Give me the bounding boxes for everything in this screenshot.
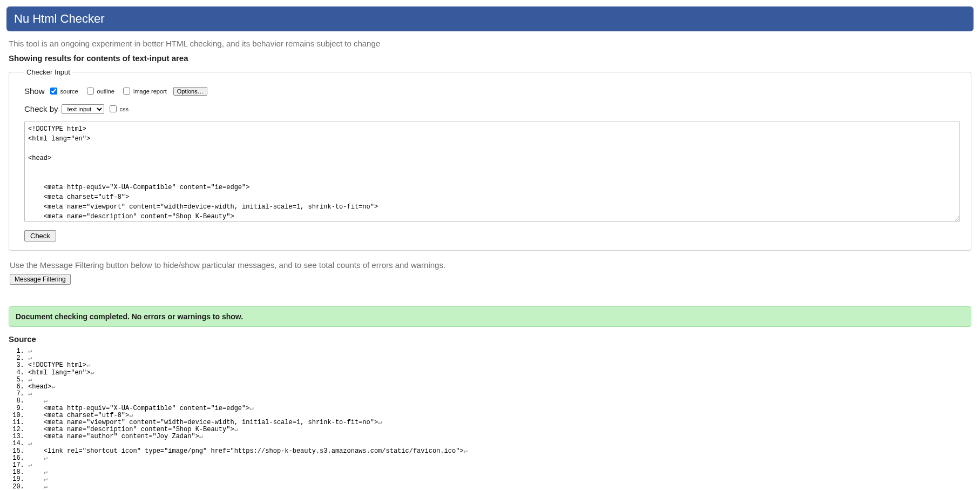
newline-icon: ↵	[199, 433, 203, 440]
newline-icon: ↵	[44, 397, 48, 405]
check-button[interactable]: Check	[24, 230, 56, 241]
newline-icon: ↵	[249, 405, 253, 412]
show-label: Show	[24, 86, 45, 96]
show-row: Show source outline image report Options…	[24, 86, 960, 96]
check-by-row: Check by text input css	[24, 104, 960, 114]
newline-icon: ↵	[44, 475, 48, 483]
newline-icon: ↵	[51, 383, 55, 391]
filter-note: Use the Message Filtering button below t…	[10, 260, 970, 270]
css-checkbox-label[interactable]: css	[107, 104, 129, 114]
message-filtering-button[interactable]: Message Filtering	[10, 274, 71, 285]
newline-icon: ↵	[378, 419, 382, 426]
source-line: <meta http-equiv="X-UA-Compatible" conte…	[28, 405, 974, 412]
checker-legend: Checker Input	[24, 68, 72, 76]
newline-icon: ↵	[234, 426, 238, 433]
disclaimer-text: This tool is an ongoing experiment in be…	[9, 39, 971, 48]
newline-icon: ↵	[28, 354, 32, 362]
source-line: <meta name="author" content="Joy Zadan">…	[28, 433, 974, 440]
source-checkbox-label[interactable]: source	[48, 86, 78, 96]
image-report-checkbox-label[interactable]: image report	[121, 86, 167, 96]
newline-icon: ↵	[129, 412, 133, 419]
source-line: ↵	[28, 469, 974, 476]
success-message: Document checking completed. No errors o…	[9, 306, 971, 327]
source-line: ↵	[28, 476, 974, 483]
source-line: <head>↵	[28, 384, 974, 391]
newline-icon: ↵	[28, 390, 32, 398]
source-checkbox[interactable]	[50, 88, 57, 95]
newline-icon: ↵	[44, 483, 48, 490]
image-report-checkbox-text: image report	[133, 88, 167, 95]
outline-checkbox[interactable]	[87, 88, 94, 95]
css-checkbox[interactable]	[110, 105, 117, 112]
source-line: ↵	[28, 377, 974, 384]
options-button[interactable]: Options…	[173, 87, 207, 96]
source-line: ↵	[28, 355, 974, 362]
checker-input-fieldset: Checker Input Show source outline image …	[9, 68, 971, 251]
source-line: <link rel="shortcut icon" type="image/pn…	[28, 448, 974, 455]
css-checkbox-text: css	[120, 106, 129, 112]
newline-icon: ↵	[90, 369, 94, 377]
source-line: ↵	[28, 462, 974, 469]
newline-icon: ↵	[28, 376, 32, 384]
source-line: ↵	[28, 455, 974, 462]
source-line: ↵	[28, 391, 974, 398]
source-heading: Source	[9, 334, 971, 344]
source-checkbox-text: source	[60, 88, 78, 95]
newline-icon: ↵	[44, 454, 48, 462]
newline-icon: ↵	[28, 461, 32, 469]
newline-icon: ↵	[86, 361, 90, 369]
source-line: ↵	[28, 484, 974, 490]
newline-icon: ↵	[44, 468, 48, 476]
outline-checkbox-label[interactable]: outline	[85, 86, 114, 96]
results-heading: Showing results for contents of text-inp…	[9, 53, 971, 63]
source-line: ↵	[28, 348, 974, 355]
image-report-checkbox[interactable]	[123, 88, 130, 95]
check-by-label: Check by	[24, 104, 58, 113]
source-line: <!DOCTYPE html>↵	[28, 362, 974, 369]
page-banner: Nu Html Checker	[6, 6, 974, 31]
newline-icon: ↵	[28, 440, 32, 447]
source-listing: ↵↵<!DOCTYPE html>↵<html lang="en">↵↵<hea…	[6, 348, 974, 490]
html-input-textarea[interactable]	[24, 122, 960, 221]
newline-icon: ↵	[464, 447, 468, 455]
page-title: Nu Html Checker	[14, 12, 104, 25]
outline-checkbox-text: outline	[97, 88, 114, 95]
check-by-select[interactable]: text input	[62, 104, 104, 114]
source-line: <html lang="en">↵	[28, 370, 974, 377]
newline-icon: ↵	[28, 347, 32, 355]
